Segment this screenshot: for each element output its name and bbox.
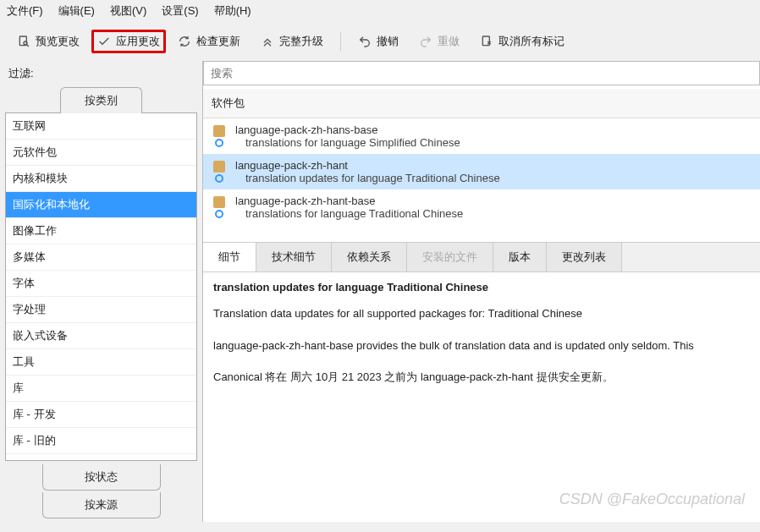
separator — [340, 32, 341, 51]
category-item[interactable]: 图像工作 — [6, 218, 196, 244]
document-search-icon — [17, 35, 30, 48]
detail-paragraph: Translation data updates for all support… — [213, 305, 750, 322]
check-label: 检查更新 — [196, 34, 240, 49]
undo-label: 撤销 — [377, 34, 399, 49]
tab-by-source[interactable]: 按来源 — [42, 492, 161, 518]
package-row[interactable]: language-pack-zh-hans-base translations … — [203, 118, 760, 154]
menubar: 文件(F) 编辑(E) 视图(V) 设置(S) 帮助(H) — [0, 0, 760, 22]
clear-marks-label: 取消所有标记 — [498, 34, 564, 49]
tab-dependencies[interactable]: 依赖关系 — [332, 243, 407, 271]
menu-file[interactable]: 文件(F) — [7, 3, 43, 19]
detail-title: translation updates for language Traditi… — [213, 281, 750, 293]
redo-label: 重做 — [438, 34, 460, 49]
category-item[interactable]: 互联网 — [6, 113, 196, 140]
package-desc: translation updates for language Traditi… — [235, 172, 500, 184]
full-upgrade-label: 完整升级 — [279, 34, 323, 49]
category-item[interactable]: 开发 — [6, 454, 196, 461]
category-item[interactable]: 字体 — [6, 271, 196, 297]
full-upgrade-button[interactable]: 完整升级 — [252, 29, 332, 54]
detail-paragraph: Canonical 将在 周六 10月 21 2023 之前为 language… — [213, 369, 750, 386]
package-name: language-pack-zh-hant — [235, 159, 500, 172]
undo-button[interactable]: 撤销 — [350, 29, 407, 54]
menu-edit[interactable]: 编辑(E) — [58, 3, 95, 19]
toolbar: 预览更改 应用更改 检查更新 完整升级 撤销 重做 取消所有标记 — [0, 22, 760, 61]
refresh-icon — [178, 35, 191, 48]
redo-button[interactable]: 重做 — [410, 29, 468, 54]
package-icon — [212, 161, 227, 183]
tab-installed-files[interactable]: 安装的文件 — [407, 243, 493, 271]
redo-icon — [419, 35, 432, 48]
tab-details[interactable]: 细节 — [203, 243, 256, 271]
category-item[interactable]: 库 - 旧的 — [6, 428, 196, 454]
tab-by-status[interactable]: 按状态 — [42, 464, 161, 491]
package-list[interactable]: language-pack-zh-hans-base translations … — [203, 118, 760, 225]
document-x-icon — [480, 35, 493, 48]
package-desc: translations for language Simplified Chi… — [235, 136, 460, 149]
category-item[interactable]: 嵌入式设备 — [6, 323, 196, 349]
package-row[interactable]: language-pack-zh-hant translation update… — [203, 154, 760, 189]
package-icon — [212, 125, 227, 147]
menu-settings[interactable]: 设置(S) — [162, 3, 198, 19]
category-item[interactable]: 字处理 — [6, 297, 196, 323]
tab-by-category[interactable]: 按类别 — [60, 87, 142, 113]
svg-rect-0 — [19, 36, 26, 46]
menu-help[interactable]: 帮助(H) — [214, 3, 251, 19]
apply-label: 应用更改 — [116, 34, 160, 49]
svg-point-1 — [24, 41, 27, 45]
check-icon — [97, 35, 111, 48]
clear-marks-button[interactable]: 取消所有标记 — [471, 29, 573, 54]
tab-tech-details[interactable]: 技术细节 — [256, 243, 332, 271]
left-pane: 过滤: 按类别 互联网 元软件包 内核和模块 国际化和本地化 图像工作 多媒体 … — [0, 61, 203, 522]
category-item[interactable]: 元软件包 — [6, 140, 196, 166]
package-icon — [212, 196, 227, 218]
menu-view[interactable]: 视图(V) — [110, 3, 146, 19]
package-row[interactable]: language-pack-zh-hant-base translations … — [203, 189, 760, 225]
category-item[interactable]: 多媒体 — [6, 244, 196, 271]
category-item[interactable]: 库 - 开发 — [6, 402, 196, 428]
tab-changes[interactable]: 更改列表 — [547, 243, 622, 271]
preview-changes-button[interactable]: 预览更改 — [8, 29, 88, 54]
package-name: language-pack-zh-hans-base — [235, 123, 460, 136]
undo-icon — [358, 35, 372, 48]
right-pane: 软件包 language-pack-zh-hans-base translati… — [203, 61, 760, 522]
tab-version[interactable]: 版本 — [493, 243, 547, 271]
detail-paragraph: language-pack-zh-hant-base provides the … — [213, 337, 750, 354]
detail-tabs: 细节 技术细节 依赖关系 安装的文件 版本 更改列表 — [203, 242, 760, 272]
package-list-header: 软件包 — [203, 89, 760, 118]
filter-label: 过滤: — [0, 61, 202, 86]
detail-body: translation updates for language Traditi… — [203, 272, 760, 522]
category-item[interactable]: 国际化和本地化 — [6, 192, 196, 218]
category-item[interactable]: 工具 — [6, 349, 196, 376]
preview-label: 预览更改 — [36, 34, 80, 49]
category-item[interactable]: 内核和模块 — [6, 166, 196, 192]
search-input[interactable] — [203, 61, 760, 85]
check-updates-button[interactable]: 检查更新 — [169, 29, 249, 54]
package-desc: translations for language Traditional Ch… — [235, 207, 463, 220]
package-name: language-pack-zh-hant-base — [235, 195, 463, 207]
apply-changes-button[interactable]: 应用更改 — [91, 30, 166, 53]
double-up-icon — [261, 35, 274, 48]
category-list[interactable]: 互联网 元软件包 内核和模块 国际化和本地化 图像工作 多媒体 字体 字处理 嵌… — [5, 112, 197, 461]
category-item[interactable]: 库 — [6, 376, 196, 402]
